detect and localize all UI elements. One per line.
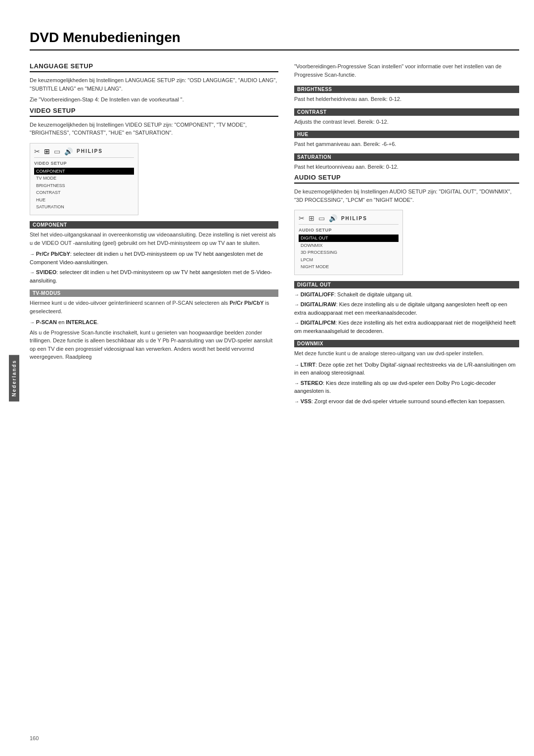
saturation-section: SATURATION Past het kleurtoonniveau aan.… <box>294 153 519 171</box>
audio-menu-item-nightmode: NIGHT MODE <box>299 263 399 271</box>
audio-setup-menu: ✂ ⊞ ▭ 🔊 PHILIPS AUDIO SETUP DIGITAL OUT … <box>294 210 403 275</box>
audio-philips-logo: PHILIPS <box>341 216 367 221</box>
hue-body: Past het gammaniveau aan. Bereik: -6-+6. <box>294 140 519 148</box>
component-arrow1-label: Pr/Cr Pb/CbY <box>36 251 70 257</box>
video-setup-menu-label: VIDEO SETUP <box>34 161 134 166</box>
language-setup-title: LANGUAGE SETUP <box>30 62 278 72</box>
language-setup-body2: Zie "Voorbereidingen-Stap 4: De Instelle… <box>30 95 278 104</box>
video-setup-body: De keuzemogelijkheden bij Instellingen V… <box>30 121 278 137</box>
language-setup-section: LANGUAGE SETUP De keuzemogelijkheden bij… <box>30 62 278 104</box>
contrast-title: CONTRAST <box>294 108 519 116</box>
audio-menu-item-digitalout: DIGITAL OUT <box>299 235 399 242</box>
contrast-section: CONTRAST Adjusts the contrast level. Ber… <box>294 108 519 126</box>
video-setup-title: VIDEO SETUP <box>30 107 278 117</box>
brightness-body: Past het helderheidniveau aan. Bereik: 0… <box>294 95 519 103</box>
content-wrapper: DVD Menubedieningen LANGUAGE SETUP De ke… <box>30 30 519 407</box>
downmix-arrow2-text: : Kies deze instelling als op uw dvd-spe… <box>294 380 496 394</box>
digital-out-arrow3-label: DIGITAL/PCM <box>301 320 336 326</box>
two-column-layout: LANGUAGE SETUP De keuzemogelijkheden bij… <box>30 62 519 407</box>
downmix-arrow3: VSS: Zorgt ervoor dat de dvd-speler virt… <box>294 397 519 406</box>
downmix-arrow2-label: STEREO <box>301 380 323 386</box>
menu-item-component: COMPONENT <box>34 168 134 175</box>
language-setup-body: De keuzemogelijkheden bij Instellingen L… <box>30 76 278 93</box>
page-title: DVD Menubedieningen <box>30 30 519 50</box>
tv-modus-section: TV-modus Hiermee kunt u de video-uitvoer… <box>30 289 278 361</box>
menu-item-contrast: CONTRAST <box>34 189 134 196</box>
tv-modus-arrow: P-SCAN en INTERLACE. <box>30 318 278 327</box>
audio-menu-icon-speaker: 🔊 <box>329 214 337 222</box>
brightness-section: BRIGHTNESS Past het helderheidniveau aan… <box>294 86 519 103</box>
component-title: COMPONENT <box>30 221 278 229</box>
menu-item-brightness: BRIGHTNESS <box>34 182 134 189</box>
brightness-title: BRIGHTNESS <box>294 86 519 93</box>
downmix-arrow1-text: : Deze optie zet het 'Dolby Digital'-sig… <box>294 362 516 376</box>
progressive-scan-text: "Voorbereidingen-Progressive Scan instel… <box>294 62 519 79</box>
audio-menu-icons-row: ✂ ⊞ ▭ 🔊 PHILIPS <box>299 214 399 225</box>
digital-out-section: DIGITAL OUT DIGITAL/OFF: Schakelt de dig… <box>294 281 519 335</box>
downmix-body: Met deze functie kunt u de analoge stere… <box>294 349 519 358</box>
hue-section: HUE Past het gammaniveau aan. Bereik: -6… <box>294 131 519 148</box>
audio-menu-icon-display: ▭ <box>318 214 325 222</box>
digital-out-title: DIGITAL OUT <box>294 281 519 288</box>
video-setup-section: VIDEO SETUP De keuzemogelijkheden bij In… <box>30 107 278 216</box>
digital-out-arrow1: DIGITAL/OFF: Schakelt de digitale uitgan… <box>294 290 519 299</box>
tv-modus-arrow-label: P-SCAN <box>36 319 57 325</box>
audio-menu-item-lpcm: LPCM <box>299 256 399 264</box>
digital-out-arrow2-label: DIGITAL/RAW <box>301 301 336 307</box>
hue-title: HUE <box>294 131 519 138</box>
component-body: Stel het video-uitgangskanaal in overeen… <box>30 231 278 247</box>
tv-modus-body2: Als u de Progressive Scan-functie inscha… <box>30 329 278 361</box>
menu-icon-grid: ⊞ <box>44 147 50 155</box>
audio-setup-body: De keuzemogelijkheden bij Instellingen A… <box>294 188 519 204</box>
menu-icons-row: ✂ ⊞ ▭ 🔊 PHILIPS <box>34 147 134 158</box>
saturation-title: SATURATION <box>294 153 519 161</box>
digital-out-arrow2: DIGITAL/RAW: Kies deze instelling als u … <box>294 300 519 317</box>
audio-setup-menu-label: AUDIO SETUP <box>299 228 399 233</box>
component-arrow2: SVIDEO: selecteer dit indien u het DVD-m… <box>30 268 278 284</box>
component-section: COMPONENT Stel het video-uitgangskanaal … <box>30 221 278 284</box>
menu-item-tvmode: TV MODE <box>34 175 134 182</box>
menu-item-saturation: SATURATION <box>34 203 134 211</box>
audio-menu-item-downmix: DOWNMIX <box>299 242 399 249</box>
downmix-arrow3-text: : Zorgt ervoor dat de dvd-speler virtuel… <box>312 398 505 404</box>
menu-item-hue: HUE <box>34 196 134 204</box>
sidebar-label: Nederlands <box>9 355 19 401</box>
audio-setup-section: AUDIO SETUP De keuzemogelijkheden bij In… <box>294 174 519 275</box>
downmix-arrow1: LT/RT: Deze optie zet het 'Dolby Digital… <box>294 361 519 377</box>
page-number: 160 <box>30 735 39 741</box>
sidebar: Nederlands <box>9 0 19 756</box>
contrast-body: Adjusts the contrast level. Bereik: 0-12… <box>294 118 519 126</box>
downmix-arrow1-label: LT/RT <box>301 362 315 368</box>
component-arrow2-label: SVIDEO <box>36 269 57 275</box>
left-column: LANGUAGE SETUP De keuzemogelijkheden bij… <box>30 62 278 407</box>
video-setup-menu: ✂ ⊞ ▭ 🔊 PHILIPS VIDEO SETUP COMPONENT TV… <box>30 143 138 216</box>
tv-modus-arrow-text: en INTERLACE. <box>57 319 98 325</box>
menu-icon-audio: 🔊 <box>64 147 73 155</box>
component-arrow2-text: : selecteer dit indien u het DVD-minisys… <box>30 269 272 284</box>
tv-modus-body: Hiermee kunt u de video-uitvoer geïnterl… <box>30 299 278 315</box>
digital-out-arrow1-text: : Schakelt de digitale uitgang uit. <box>334 291 412 297</box>
downmix-section: DOWNMIX Met deze functie kunt u de analo… <box>294 340 519 405</box>
digital-out-arrow1-label: DIGITAL/OFF <box>301 291 334 297</box>
component-arrow1: Pr/Cr Pb/CbY: selecteer dit indien u het… <box>30 250 278 266</box>
right-column: "Voorbereidingen-Progressive Scan instel… <box>294 62 519 407</box>
philips-logo: PHILIPS <box>77 148 103 154</box>
page: Nederlands DVD Menubedieningen LANGUAGE … <box>0 0 534 756</box>
audio-menu-icon-scissors: ✂ <box>299 214 305 222</box>
audio-setup-title: AUDIO SETUP <box>294 174 519 184</box>
digital-out-arrow3: DIGITAL/PCM: Kies deze instelling als he… <box>294 319 519 335</box>
menu-icon-display: ▭ <box>54 147 60 155</box>
tv-modus-title: TV-modus <box>30 289 278 297</box>
saturation-body: Past het kleurtoonniveau aan. Bereik: 0-… <box>294 163 519 171</box>
downmix-arrow2: STEREO: Kies deze instelling als op uw d… <box>294 379 519 395</box>
downmix-title: DOWNMIX <box>294 340 519 347</box>
audio-menu-item-3dprocessing: 3D PROCESSING <box>299 249 399 256</box>
downmix-arrow3-label: VSS <box>301 398 312 404</box>
menu-icon-scissors: ✂ <box>34 147 40 155</box>
audio-menu-icon-grid: ⊞ <box>309 214 314 222</box>
